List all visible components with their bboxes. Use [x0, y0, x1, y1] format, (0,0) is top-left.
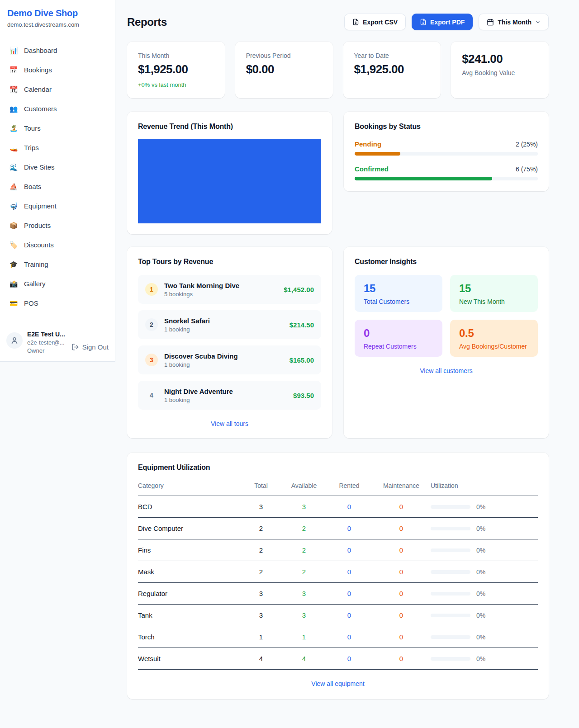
insights-grid: 15 Total Customers 15 New This Month 0 R… — [355, 275, 538, 357]
rank-badge: 3 — [145, 354, 158, 366]
cell-maintenance: 0 — [372, 590, 431, 597]
status-label: Pending — [355, 140, 381, 148]
insight-card-repeat-customers: 0 Repeat Customers — [355, 320, 442, 357]
wave-icon: 🌊 — [9, 163, 18, 171]
charts-row: Revenue Trend (This Month) Bookings by S… — [127, 112, 549, 234]
customer-insights-title: Customer Insights — [355, 258, 538, 266]
sidebar-item-discounts[interactable]: 🏷️ Discounts — [0, 235, 115, 255]
view-all-equipment-link[interactable]: View all equipment — [138, 680, 538, 687]
insight-card-avg-bookings: 0.5 Avg Bookings/Customer — [450, 320, 538, 357]
utilization-percent: 0% — [476, 525, 485, 532]
stat-label: Avg Booking Value — [462, 69, 538, 76]
cell-category: Mask — [138, 568, 241, 576]
sidebar-item-pos[interactable]: 💳 POS — [0, 293, 115, 313]
sidebar-item-boats[interactable]: ⛵ Boats — [0, 177, 115, 196]
cell-rented: 0 — [327, 525, 372, 532]
cell-rented: 0 — [327, 546, 372, 554]
table-row: Tank 3 3 0 0 0% — [138, 605, 538, 626]
cell-maintenance: 0 — [372, 503, 431, 511]
cell-total: 2 — [241, 525, 281, 532]
diving-mask-icon: 🤿 — [9, 202, 18, 210]
cell-maintenance: 0 — [372, 611, 431, 619]
cell-available: 1 — [281, 633, 327, 641]
insight-card-new-this-month: 15 New This Month — [450, 275, 538, 312]
export-pdf-button[interactable]: Export PDF — [412, 14, 473, 30]
sidebar-item-label: Dashboard — [24, 47, 57, 54]
stats-grid: This Month $1,925.00 +0% vs last month P… — [127, 42, 549, 98]
sidebar: Demo Dive Shop demo.test.divestreams.com… — [0, 0, 115, 362]
sailboat-icon: ⛵ — [9, 183, 18, 191]
tour-row[interactable]: 2 Snorkel Safari 1 booking $214.50 — [138, 310, 321, 339]
sidebar-item-dashboard[interactable]: 📊 Dashboard — [0, 41, 115, 60]
shop-name: Demo Dive Shop — [7, 8, 108, 19]
utilization-bar — [431, 570, 470, 574]
cell-maintenance: 0 — [372, 568, 431, 576]
tour-row[interactable]: 4 Night Dive Adventure 1 booking $93.50 — [138, 381, 321, 410]
cell-utilization: 0% — [431, 655, 538, 662]
sidebar-item-label: Tours — [24, 124, 41, 132]
graduation-cap-icon: 🎓 — [9, 260, 18, 269]
utilization-bar — [431, 505, 470, 509]
utilization-percent: 0% — [476, 503, 485, 511]
sidebar-item-label: Equipment — [24, 202, 57, 210]
sidebar-item-calendar[interactable]: 📆 Calendar — [0, 80, 115, 99]
export-csv-button[interactable]: Export CSV — [344, 14, 406, 30]
view-all-customers-link[interactable]: View all customers — [355, 367, 538, 374]
sidebar-item-equipment[interactable]: 🤿 Equipment — [0, 196, 115, 216]
stat-value: $241.00 — [462, 52, 538, 66]
revenue-trend-panel: Revenue Trend (This Month) — [127, 112, 332, 234]
page-header: Reports Export CSV Export PDF This Month — [127, 14, 549, 30]
top-tours-title: Top Tours by Revenue — [138, 258, 321, 266]
cell-available: 3 — [281, 611, 327, 619]
header-actions: Export CSV Export PDF This Month — [344, 14, 549, 30]
bookings-by-status-title: Bookings by Status — [355, 123, 538, 131]
progress-fill — [355, 152, 400, 156]
cell-utilization: 0% — [431, 525, 538, 532]
status-count: 6 (75%) — [516, 165, 538, 173]
sidebar-item-products[interactable]: 📦 Products — [0, 216, 115, 235]
column-header-category: Category — [138, 482, 241, 489]
table-row: Dive Computer 2 2 0 0 0% — [138, 518, 538, 539]
tearoff-calendar-icon: 📆 — [9, 85, 18, 94]
cell-available: 4 — [281, 655, 327, 662]
tour-row[interactable]: 1 Two Tank Morning Dive 5 bookings $1,45… — [138, 275, 321, 304]
cell-total: 3 — [241, 503, 281, 511]
stat-label: This Month — [138, 52, 214, 59]
chevron-down-icon — [535, 19, 541, 25]
sign-out-button[interactable]: Sign Out — [71, 340, 109, 354]
utilization-percent: 0% — [476, 590, 485, 597]
progress-fill — [355, 177, 492, 180]
insight-card-total-customers: 15 Total Customers — [355, 275, 442, 312]
cell-utilization: 0% — [431, 547, 538, 554]
rank-badge: 1 — [145, 283, 158, 296]
sidebar-item-bookings[interactable]: 📅 Bookings — [0, 60, 115, 80]
sidebar-item-trips[interactable]: 🚤 Trips — [0, 138, 115, 157]
cell-utilization: 0% — [431, 568, 538, 576]
revenue-trend-title: Revenue Trend (This Month) — [138, 123, 321, 131]
progress-track — [355, 152, 538, 156]
tour-bookings: 1 booking — [164, 361, 283, 368]
equipment-utilization-panel: Equipment Utilization Category Total Ava… — [127, 453, 549, 699]
utilization-bar — [431, 592, 470, 596]
cell-category: Dive Computer — [138, 525, 241, 532]
sidebar-item-training[interactable]: 🎓 Training — [0, 255, 115, 274]
sidebar-item-label: Calendar — [24, 85, 52, 93]
insights-row: Top Tours by Revenue 1 Two Tank Morning … — [127, 247, 549, 438]
sidebar-item-customers[interactable]: 👥 Customers — [0, 99, 115, 118]
utilization-bar — [431, 635, 470, 639]
credit-card-icon: 💳 — [9, 299, 18, 307]
cell-maintenance: 0 — [372, 525, 431, 532]
cell-total: 2 — [241, 546, 281, 554]
sidebar-item-label: Bookings — [24, 66, 52, 74]
sidebar-item-gallery[interactable]: 📸 Gallery — [0, 274, 115, 293]
view-all-tours-link[interactable]: View all tours — [138, 420, 321, 427]
cell-rented: 0 — [327, 655, 372, 662]
sidebar-item-tours[interactable]: 🏝️ Tours — [0, 118, 115, 138]
cell-category: Tank — [138, 611, 241, 619]
user-email: e2e-tester@... — [27, 339, 67, 346]
rank-badge: 4 — [145, 389, 158, 402]
tour-row[interactable]: 3 Discover Scuba Diving 1 booking $165.0… — [138, 345, 321, 374]
sidebar-item-dive-sites[interactable]: 🌊 Dive Sites — [0, 157, 115, 177]
tour-name: Discover Scuba Diving — [164, 352, 283, 360]
period-dropdown[interactable]: This Month — [479, 14, 549, 30]
